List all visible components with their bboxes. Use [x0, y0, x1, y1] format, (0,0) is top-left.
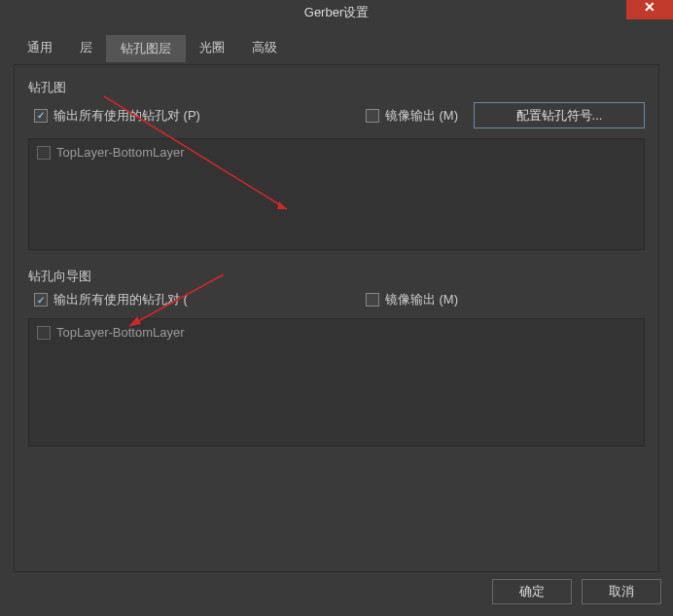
- drill-guide-group-label: 钻孔向导图: [28, 268, 645, 285]
- list-item[interactable]: TopLayer-BottomLayer: [37, 323, 636, 342]
- drill-guide-mirror-checkbox[interactable]: [366, 293, 379, 307]
- close-icon: ✕: [644, 0, 655, 15]
- drill-plot-output-all-label[interactable]: 输出所有使用的钻孔对 (P): [53, 107, 200, 125]
- tab-general[interactable]: 通用: [14, 35, 66, 62]
- list-item-label: TopLayer-BottomLayer: [56, 145, 185, 160]
- ok-button[interactable]: 确定: [492, 579, 572, 604]
- tab-strip: 通用 层 钻孔图层 光圈 高级: [14, 35, 673, 62]
- drill-plot-mirror-checkbox[interactable]: [366, 109, 379, 123]
- drill-plot-group-label: 钻孔图: [28, 79, 645, 96]
- drill-guide-row: 输出所有使用的钻孔对 ( 镜像输出 (M): [28, 291, 645, 308]
- drill-plot-listbox[interactable]: TopLayer-BottomLayer: [28, 138, 645, 250]
- drill-plot-row: 输出所有使用的钻孔对 (P) 镜像输出 (M) 配置钻孔符号...: [28, 102, 645, 128]
- list-item-checkbox[interactable]: [37, 326, 51, 340]
- list-item-checkbox[interactable]: [37, 146, 51, 160]
- drill-guide-output-all-label[interactable]: 输出所有使用的钻孔对 (: [53, 291, 188, 308]
- main-panel: 钻孔图 输出所有使用的钻孔对 (P) 镜像输出 (M) 配置钻孔符号... To…: [14, 64, 659, 572]
- drill-guide-output-all-checkbox[interactable]: [34, 293, 48, 307]
- list-item[interactable]: TopLayer-BottomLayer: [37, 143, 636, 162]
- drill-plot-mirror-label[interactable]: 镜像输出 (M): [385, 107, 458, 125]
- window-title: Gerber设置: [304, 4, 369, 21]
- configure-drill-symbols-button[interactable]: 配置钻孔符号...: [474, 102, 645, 128]
- footer-buttons: 确定 取消: [492, 579, 661, 604]
- cancel-button[interactable]: 取消: [582, 579, 661, 604]
- tab-aperture[interactable]: 光圈: [186, 35, 238, 62]
- drill-guide-mirror-label[interactable]: 镜像输出 (M): [385, 291, 458, 308]
- drill-plot-output-all-checkbox[interactable]: [34, 109, 48, 123]
- tab-drill-layer[interactable]: 钻孔图层: [106, 35, 186, 62]
- list-item-label: TopLayer-BottomLayer: [56, 325, 185, 340]
- drill-guide-listbox[interactable]: TopLayer-BottomLayer: [28, 318, 645, 447]
- close-button[interactable]: ✕: [626, 0, 673, 19]
- title-bar: Gerber设置 ✕: [0, 0, 673, 25]
- tab-layers[interactable]: 层: [66, 35, 106, 62]
- tab-advanced[interactable]: 高级: [238, 35, 291, 62]
